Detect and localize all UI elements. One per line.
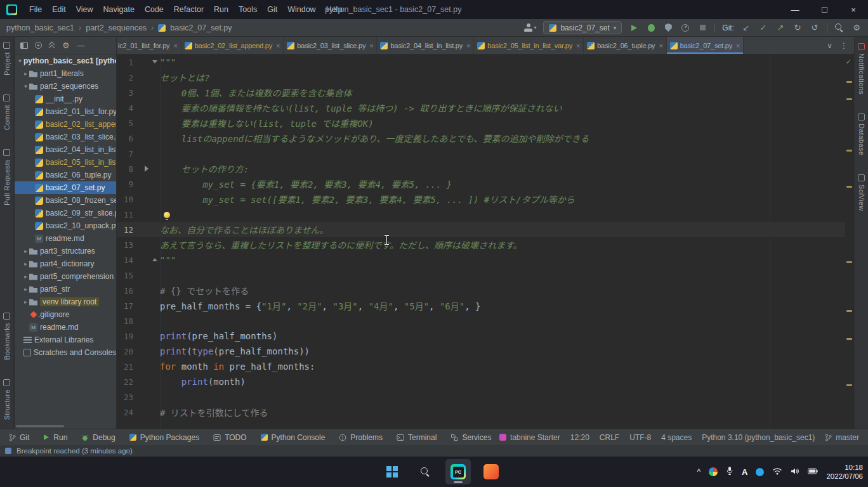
line-number[interactable]: 8 <box>117 164 133 174</box>
tree-item[interactable]: ▸venv library root <box>15 295 116 308</box>
line-number[interactable]: 15 <box>117 271 133 280</box>
tray-blue-icon[interactable] <box>756 468 764 476</box>
line-number[interactable]: 7 <box>117 149 133 159</box>
code-text[interactable]: listのappendに相当するようなメソッドがあり、一度定義したあとでも、要素… <box>160 132 589 145</box>
fold-icon[interactable] <box>152 258 157 261</box>
editor-line[interactable]: 13あえて言うなら、重複したリストを整理するのに便利です。ただし、順序は破壊され… <box>117 237 845 252</box>
editor-line[interactable]: 8 セットの作り方: <box>117 161 845 176</box>
tree-item[interactable]: ▸part3_structures <box>15 245 116 257</box>
user-icon[interactable]: ▾ <box>524 22 536 34</box>
tab-close-icon[interactable]: × <box>466 42 470 49</box>
tree-item[interactable]: ▸part6_str <box>15 283 116 295</box>
menu-refactor[interactable]: Refactor <box>169 3 208 16</box>
tree-item[interactable]: basic2_10_unpack.py <box>15 219 116 232</box>
tree-item[interactable]: ▾part2_sequences <box>15 80 116 93</box>
tab-close-icon[interactable]: × <box>173 42 177 49</box>
settings-gear-icon[interactable]: ⚙ <box>852 22 862 34</box>
editor-line[interactable]: 2セットとは? <box>117 70 845 85</box>
line-number[interactable]: 9 <box>117 179 133 189</box>
push-icon[interactable]: ↗ <box>775 22 786 34</box>
ime-indicator[interactable]: A <box>742 467 747 477</box>
microphone-icon[interactable] <box>726 466 733 477</box>
editor-line[interactable]: 17pre_half_months = {"1月", "2月", "3月", "… <box>117 298 845 313</box>
tree-chevron-icon[interactable]: ▾ <box>16 58 23 64</box>
line-number[interactable]: 11 <box>117 210 133 219</box>
toolwindow-python-console[interactable]: Python Console <box>261 433 326 442</box>
tree-chevron-icon[interactable]: ▸ <box>22 299 29 305</box>
code-text[interactable]: なお、自分で作ることはほぼありません。 <box>160 223 329 236</box>
tab-close-icon[interactable]: × <box>659 42 662 49</box>
line-number[interactable]: 4 <box>117 103 133 113</box>
tray-chevron-icon[interactable]: ^ <box>697 467 700 476</box>
taskbar-clock[interactable]: 10:18 2022/07/06 <box>826 463 863 481</box>
tree-item[interactable]: __init__.py <box>15 93 116 105</box>
code-text[interactable]: セットの作り方: <box>160 162 249 175</box>
tab-options-icon[interactable]: ⋮ <box>840 41 848 50</box>
code-text[interactable]: """ <box>160 255 176 265</box>
line-number[interactable]: 21 <box>117 362 133 372</box>
volume-icon[interactable] <box>791 467 799 477</box>
tree-item[interactable]: basic2_05_list_in_list_var.py <box>15 156 116 169</box>
tree-item[interactable]: basic2_08_frozen_set.py <box>15 194 116 207</box>
line-number[interactable]: 18 <box>117 316 133 326</box>
python-interpreter[interactable]: Python 3.10 (python_basic_sec1) <box>702 433 815 442</box>
tree-item[interactable]: Scratches and Consoles <box>15 346 116 359</box>
line-number[interactable]: 23 <box>117 393 133 402</box>
code-text[interactable]: あえて言うなら、重複したリストを整理するのに便利です。ただし、順序は破壊されます… <box>160 238 522 251</box>
toolwindow-database[interactable]: Database <box>858 114 865 155</box>
line-number[interactable]: 17 <box>117 301 133 311</box>
editor-scrollbar[interactable]: ✓ <box>845 55 854 429</box>
battery-icon[interactable] <box>808 467 818 476</box>
editor-line[interactable]: 20print(type(pre_half_months)) <box>117 344 845 359</box>
caret-position[interactable]: 12:20 <box>570 433 589 442</box>
editor-line[interactable]: 6 listのappendに相当するようなメソッドがあり、一度定義したあとでも、… <box>117 131 845 146</box>
menu-tools[interactable]: Tools <box>234 3 261 16</box>
code-text[interactable]: print(type(pre_half_months)) <box>160 346 310 356</box>
intention-bulb-icon[interactable] <box>164 212 170 218</box>
code-text[interactable]: 要素の順番情報を持たない(list, tuple 等は持つ) -> 取り出すとき… <box>160 101 562 114</box>
line-number[interactable]: 24 <box>117 408 133 417</box>
tab-close-icon[interactable]: × <box>369 42 373 49</box>
file-encoding[interactable]: UTF-8 <box>629 433 651 442</box>
toolwindow-services[interactable]: Services <box>450 433 491 442</box>
indent-style[interactable]: 4 spaces <box>661 433 692 442</box>
tree-chevron-icon[interactable]: ▸ <box>22 273 29 280</box>
tree-chevron-icon[interactable]: ▸ <box>22 70 29 77</box>
tree-item[interactable]: basic2_04_list_in_list.py <box>15 143 116 156</box>
tab-close-icon[interactable]: × <box>576 42 580 49</box>
menu-edit[interactable]: Edit <box>48 3 70 16</box>
editor-line[interactable]: 10 my_set = set([要素1, 要素2, 要素3, 要素4, 要素5… <box>117 192 845 207</box>
editor-tab[interactable]: basic2_06_tuple.py× <box>584 37 666 54</box>
tree-item[interactable]: External Libraries <box>15 334 116 346</box>
editor-line[interactable]: 19print(pre_half_months) <box>117 328 845 344</box>
editor-tab[interactable]: basic2_02_list_append.py× <box>181 37 284 54</box>
tree-chevron-icon[interactable]: ▸ <box>22 261 29 267</box>
run-config-select[interactable]: basic2_07_set ▾ <box>543 21 622 34</box>
fold-icon[interactable] <box>152 60 157 63</box>
code-text[interactable]: for month in pre_half_months: <box>160 361 315 372</box>
tab-close-icon[interactable]: × <box>736 42 740 49</box>
editor-line[interactable]: 15 <box>117 268 845 283</box>
editor-line[interactable]: 11 <box>117 207 845 222</box>
editor-tab[interactable]: ic2_01_list_for.py× <box>117 37 181 54</box>
tree-item[interactable]: ▸part5_comprehension <box>15 270 116 283</box>
project-view-icon[interactable] <box>20 42 28 49</box>
editor-line[interactable]: 4 要素の順番情報を持たない(list, tuple 等は持つ) -> 取り出す… <box>117 100 845 115</box>
editor-line[interactable]: 23 <box>117 389 845 405</box>
tree-item[interactable]: basic2_09_str_slice.py <box>15 207 116 219</box>
tree-item[interactable]: basic2_03_list_slice.py <box>15 131 116 143</box>
line-number[interactable]: 22 <box>117 377 133 387</box>
editor-line[interactable]: 24# リストを引数にして作る <box>117 405 845 420</box>
breadcrumb-item[interactable]: part2_sequences <box>86 23 147 32</box>
code-text[interactable]: print(pre_half_months) <box>160 331 277 341</box>
commit-icon[interactable]: ✓ <box>758 22 768 34</box>
line-number[interactable]: 5 <box>117 119 133 128</box>
coverage-button[interactable] <box>663 22 673 34</box>
line-number[interactable]: 3 <box>117 88 133 98</box>
toolwindow-python-packages[interactable]: Python Packages <box>129 433 199 442</box>
editor-line[interactable]: 21for month in pre_half_months: <box>117 359 845 374</box>
code-text[interactable]: my_set = set([要素1, 要素2, 要素3, 要素4, 要素5, .… <box>160 193 575 205</box>
breadcrumb-item[interactable]: python_basic_sec1 <box>6 23 74 32</box>
line-number[interactable]: 20 <box>117 347 133 356</box>
toolwindow-commit[interactable]: Commit <box>3 94 11 130</box>
